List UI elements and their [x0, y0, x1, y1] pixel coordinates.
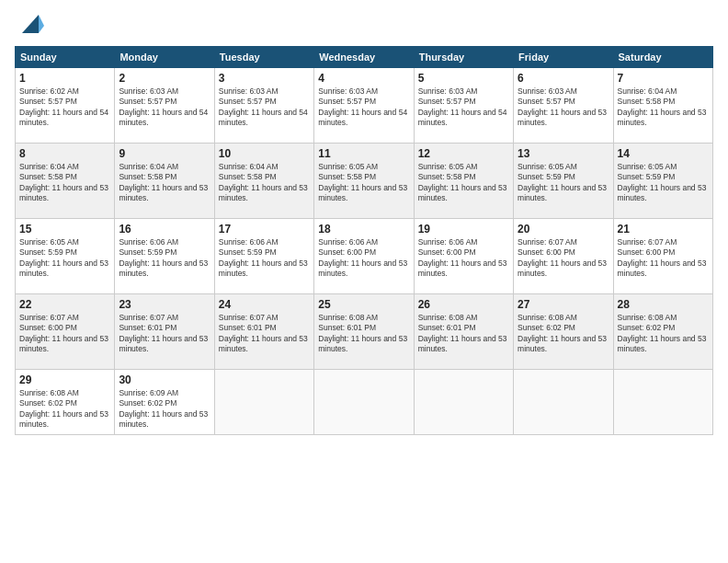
day-info: Sunrise: 6:03 AM Sunset: 5:57 PM Dayligh…: [418, 86, 509, 129]
day-info: Sunrise: 6:03 AM Sunset: 5:57 PM Dayligh…: [518, 86, 609, 129]
day-info: Sunrise: 6:06 AM Sunset: 6:00 PM Dayligh…: [318, 237, 409, 280]
day-number: 20: [518, 223, 609, 236]
day-number: 10: [219, 147, 310, 160]
calendar-week-row: 15 Sunrise: 6:05 AM Sunset: 5:59 PM Dayl…: [16, 219, 713, 294]
day-info: Sunrise: 6:07 AM Sunset: 6:01 PM Dayligh…: [119, 313, 210, 355]
day-info: Sunrise: 6:04 AM Sunset: 5:58 PM Dayligh…: [19, 162, 110, 204]
day-info: Sunrise: 6:03 AM Sunset: 5:57 PM Dayligh…: [219, 86, 310, 129]
calendar-week-row: 22 Sunrise: 6:07 AM Sunset: 6:00 PM Dayl…: [16, 294, 713, 370]
day-info: Sunrise: 6:05 AM Sunset: 5:59 PM Dayligh…: [19, 237, 110, 280]
day-info: Sunrise: 6:04 AM Sunset: 5:58 PM Dayligh…: [219, 162, 310, 204]
calendar-cell: 17 Sunrise: 6:06 AM Sunset: 5:59 PM Dayl…: [214, 219, 313, 294]
day-number: 19: [418, 223, 509, 236]
calendar-cell: 27 Sunrise: 6:08 AM Sunset: 6:02 PM Dayl…: [514, 294, 613, 370]
calendar-cell: 1 Sunrise: 6:02 AM Sunset: 5:57 PM Dayli…: [16, 68, 115, 144]
calendar-cell: 14 Sunrise: 6:05 AM Sunset: 5:59 PM Dayl…: [613, 144, 712, 219]
day-number: 13: [518, 147, 609, 160]
calendar-cell: 23 Sunrise: 6:07 AM Sunset: 6:01 PM Dayl…: [115, 294, 214, 370]
calendar-cell: [414, 370, 513, 435]
day-info: Sunrise: 6:08 AM Sunset: 6:02 PM Dayligh…: [518, 313, 609, 355]
calendar-week-row: 29 Sunrise: 6:08 AM Sunset: 6:02 PM Dayl…: [16, 370, 713, 435]
calendar-cell: 20 Sunrise: 6:07 AM Sunset: 6:00 PM Dayl…: [514, 219, 613, 294]
day-number: 30: [119, 373, 210, 386]
calendar-cell: 22 Sunrise: 6:07 AM Sunset: 6:00 PM Dayl…: [16, 294, 115, 370]
day-info: Sunrise: 6:02 AM Sunset: 5:57 PM Dayligh…: [19, 86, 110, 129]
day-info: Sunrise: 6:05 AM Sunset: 5:58 PM Dayligh…: [318, 162, 409, 204]
day-info: Sunrise: 6:08 AM Sunset: 6:01 PM Dayligh…: [318, 313, 409, 355]
day-info: Sunrise: 6:07 AM Sunset: 6:01 PM Dayligh…: [219, 313, 310, 355]
day-info: Sunrise: 6:08 AM Sunset: 6:02 PM Dayligh…: [19, 388, 110, 431]
calendar-cell: 3 Sunrise: 6:03 AM Sunset: 5:57 PM Dayli…: [214, 68, 313, 144]
day-number: 3: [219, 72, 310, 85]
day-info: Sunrise: 6:06 AM Sunset: 5:59 PM Dayligh…: [119, 237, 210, 280]
calendar-cell: [613, 370, 712, 435]
calendar-day-header: Tuesday: [214, 47, 313, 68]
day-info: Sunrise: 6:07 AM Sunset: 6:00 PM Dayligh…: [518, 237, 609, 280]
calendar-cell: 5 Sunrise: 6:03 AM Sunset: 5:57 PM Dayli…: [414, 68, 513, 144]
day-number: 17: [219, 223, 310, 236]
calendar-cell: 30 Sunrise: 6:09 AM Sunset: 6:02 PM Dayl…: [115, 370, 214, 435]
day-number: 28: [618, 298, 709, 311]
calendar-week-row: 1 Sunrise: 6:02 AM Sunset: 5:57 PM Dayli…: [16, 68, 713, 144]
calendar-cell: 11 Sunrise: 6:05 AM Sunset: 5:58 PM Dayl…: [314, 144, 414, 219]
day-info: Sunrise: 6:09 AM Sunset: 6:02 PM Dayligh…: [119, 388, 210, 431]
calendar-cell: 26 Sunrise: 6:08 AM Sunset: 6:01 PM Dayl…: [414, 294, 513, 370]
day-number: 7: [618, 72, 709, 85]
calendar-week-row: 8 Sunrise: 6:04 AM Sunset: 5:58 PM Dayli…: [16, 144, 713, 219]
day-number: 14: [618, 147, 709, 160]
day-number: 22: [19, 298, 110, 311]
svg-marker-0: [22, 15, 39, 33]
calendar-cell: 10 Sunrise: 6:04 AM Sunset: 5:58 PM Dayl…: [214, 144, 313, 219]
calendar-table: SundayMondayTuesdayWednesdayThursdayFrid…: [15, 46, 713, 435]
day-number: 23: [119, 298, 210, 311]
calendar-day-header: Wednesday: [314, 47, 414, 68]
day-number: 4: [318, 72, 409, 85]
calendar-header-row: SundayMondayTuesdayWednesdayThursdayFrid…: [16, 47, 713, 68]
day-number: 8: [19, 147, 110, 160]
day-info: Sunrise: 6:08 AM Sunset: 6:02 PM Dayligh…: [618, 313, 709, 355]
day-number: 2: [119, 72, 210, 85]
day-number: 11: [318, 147, 409, 160]
calendar-cell: 2 Sunrise: 6:03 AM Sunset: 5:57 PM Dayli…: [115, 68, 214, 144]
day-info: Sunrise: 6:05 AM Sunset: 5:58 PM Dayligh…: [418, 162, 509, 204]
day-number: 25: [318, 298, 409, 311]
calendar-cell: 24 Sunrise: 6:07 AM Sunset: 6:01 PM Dayl…: [214, 294, 313, 370]
day-info: Sunrise: 6:08 AM Sunset: 6:01 PM Dayligh…: [418, 313, 509, 355]
day-number: 24: [219, 298, 310, 311]
calendar-cell: 12 Sunrise: 6:05 AM Sunset: 5:58 PM Dayl…: [414, 144, 513, 219]
day-number: 21: [618, 223, 709, 236]
day-number: 26: [418, 298, 509, 311]
calendar-cell: 8 Sunrise: 6:04 AM Sunset: 5:58 PM Dayli…: [16, 144, 115, 219]
day-number: 18: [318, 223, 409, 236]
calendar-cell: 21 Sunrise: 6:07 AM Sunset: 6:00 PM Dayl…: [613, 219, 712, 294]
calendar-cell: 28 Sunrise: 6:08 AM Sunset: 6:02 PM Dayl…: [613, 294, 712, 370]
calendar-day-header: Saturday: [613, 47, 712, 68]
day-info: Sunrise: 6:07 AM Sunset: 6:00 PM Dayligh…: [618, 237, 709, 280]
logo-icon: [18, 11, 44, 37]
calendar-day-header: Friday: [514, 47, 613, 68]
day-number: 12: [418, 147, 509, 160]
svg-marker-1: [39, 15, 44, 33]
day-number: 9: [119, 147, 210, 160]
calendar-cell: [314, 370, 414, 435]
calendar-cell: 16 Sunrise: 6:06 AM Sunset: 5:59 PM Dayl…: [115, 219, 214, 294]
calendar-cell: 25 Sunrise: 6:08 AM Sunset: 6:01 PM Dayl…: [314, 294, 414, 370]
day-info: Sunrise: 6:06 AM Sunset: 5:59 PM Dayligh…: [219, 237, 310, 280]
day-info: Sunrise: 6:05 AM Sunset: 5:59 PM Dayligh…: [518, 162, 609, 204]
day-number: 27: [518, 298, 609, 311]
calendar-cell: 18 Sunrise: 6:06 AM Sunset: 6:00 PM Dayl…: [314, 219, 414, 294]
day-info: Sunrise: 6:03 AM Sunset: 5:57 PM Dayligh…: [119, 86, 210, 129]
calendar-cell: 7 Sunrise: 6:04 AM Sunset: 5:58 PM Dayli…: [613, 68, 712, 144]
calendar-day-header: Thursday: [414, 47, 513, 68]
day-number: 1: [19, 72, 110, 85]
calendar-cell: 4 Sunrise: 6:03 AM Sunset: 5:57 PM Dayli…: [314, 68, 414, 144]
calendar-day-header: Sunday: [16, 47, 115, 68]
calendar-cell: 19 Sunrise: 6:06 AM Sunset: 6:00 PM Dayl…: [414, 219, 513, 294]
day-info: Sunrise: 6:03 AM Sunset: 5:57 PM Dayligh…: [318, 86, 409, 129]
day-number: 29: [19, 373, 110, 386]
calendar-cell: 13 Sunrise: 6:05 AM Sunset: 5:59 PM Dayl…: [514, 144, 613, 219]
page: SundayMondayTuesdayWednesdayThursdayFrid…: [0, 0, 728, 563]
day-info: Sunrise: 6:07 AM Sunset: 6:00 PM Dayligh…: [19, 313, 110, 355]
calendar-cell: [214, 370, 313, 435]
day-number: 15: [19, 223, 110, 236]
